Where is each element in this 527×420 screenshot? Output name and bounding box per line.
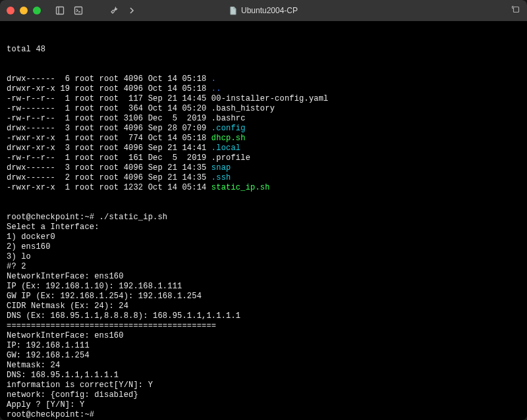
terminal-line: root@checkpoint:~# ./static_ip.sh	[7, 213, 520, 223]
ls-row: -rw------- 1 root root 364 Oct 14 05:20 …	[7, 104, 520, 114]
ls-filename: .profile	[211, 153, 250, 163]
terminal-line: IP (Ex: 192.168.1.10): 192.168.1.111	[7, 282, 520, 292]
terminal-line: GW: 192.168.1.254	[7, 351, 520, 361]
panel-icon[interactable]	[55, 6, 65, 15]
terminal-line: Select a Interface:	[7, 223, 520, 232]
terminal-line: #? 2	[7, 262, 520, 272]
ls-filename: static_ip.sh	[211, 183, 270, 193]
terminal-line: ========================================…	[7, 321, 520, 331]
ls-filename: .ssh	[211, 173, 231, 183]
ls-filename: .	[211, 74, 216, 84]
terminal-line: Netmask: 24	[7, 361, 520, 371]
traffic-lights	[7, 7, 41, 14]
terminal-line: 1) docker0	[7, 232, 520, 242]
terminal-line: information is correct[Y/N]: Y	[7, 381, 520, 390]
ls-row: -rw-r--r-- 1 root root 117 Sep 21 14:45 …	[7, 94, 520, 104]
wrench-icon[interactable]	[109, 6, 119, 15]
ls-filename: ..	[211, 84, 221, 94]
ls-row: drwxr-xr-x 3 root root 4096 Sep 21 14:41…	[7, 144, 520, 153]
window-title-text: Ubuntu2004-CP	[241, 6, 298, 15]
ls-row: -rwxr-xr-x 1 root root 1232 Oct 14 05:14…	[7, 183, 520, 193]
terminal-line: IP: 192.168.1.111	[7, 341, 520, 351]
ls-row: drwx------ 3 root root 4096 Sep 28 07:09…	[7, 124, 520, 134]
maximize-button[interactable]	[33, 7, 41, 14]
ls-filename: .config	[211, 124, 246, 134]
ls-filename: .bash_history	[211, 104, 275, 114]
terminal-line: NetworkInterFace: ens160	[7, 272, 520, 282]
svg-rect-3	[514, 7, 519, 13]
terminal-line: 2) ens160	[7, 242, 520, 252]
terminal-line: Apply ? [Y/N]: Y	[7, 400, 520, 410]
terminal-line: network: {config: disabled}	[7, 390, 520, 400]
ls-row: drwxr-xr-x 19 root root 4096 Oct 14 05:1…	[7, 84, 520, 94]
terminal-line: DNS: 168.95.1.1,1.1.1.1	[7, 371, 520, 381]
terminal-line: CIDR Netmask (Ex: 24): 24	[7, 302, 520, 311]
toolbar	[55, 6, 136, 15]
terminal-line: 3) lo	[7, 252, 520, 262]
window-title: Ubuntu2004-CP	[229, 6, 298, 15]
minimize-button[interactable]	[20, 7, 28, 14]
chevron-right-icon[interactable]	[128, 6, 136, 15]
ls-row: drwx------ 2 root root 4096 Sep 21 14:35…	[7, 173, 520, 183]
titlebar: Ubuntu2004-CP	[0, 0, 527, 21]
ls-filename: .bashrc	[211, 114, 246, 124]
terminal-area[interactable]: total 48 drwx------ 6 root root 4096 Oct…	[0, 21, 527, 420]
terminal-line: root@checkpoint:~#	[7, 410, 520, 420]
ls-row: -rw-r--r-- 1 root root 3106 Dec 5 2019 .…	[7, 114, 520, 124]
ls-row: -rw-r--r-- 1 root root 161 Dec 5 2019 .p…	[7, 153, 520, 163]
ls-listing: drwx------ 6 root root 4096 Oct 14 05:18…	[7, 74, 520, 193]
terminal-line: GW IP (Ex: 192.168.1.254): 192.168.1.254	[7, 292, 520, 302]
svg-rect-0	[57, 7, 64, 14]
svg-rect-2	[75, 7, 82, 14]
terminal-session: root@checkpoint:~# ./static_ip.shSelect …	[7, 213, 520, 420]
terminal-window: Ubuntu2004-CP total 48 drwx------ 6 root…	[0, 0, 527, 420]
titlebar-right	[511, 5, 520, 16]
terminal-line: DNS (Ex: 168.95.1.1,8.8.8.8): 168.95.1.1…	[7, 311, 520, 321]
ls-total: total 48	[7, 45, 520, 55]
document-icon	[229, 6, 237, 15]
ls-filename: snap	[211, 163, 231, 173]
terminal-line: NetworkInterFace: ens160	[7, 331, 520, 341]
ls-filename: 00-installer-config.yaml	[211, 94, 329, 104]
ls-row: drwx------ 6 root root 4096 Oct 14 05:18…	[7, 74, 520, 84]
ls-filename: dhcp.sh	[211, 134, 246, 144]
restore-icon[interactable]	[511, 7, 520, 16]
ls-filename: .local	[211, 144, 240, 153]
terminal-icon[interactable]	[74, 6, 83, 15]
close-button[interactable]	[7, 7, 14, 14]
ls-row: -rwxr-xr-x 1 root root 774 Oct 14 05:18 …	[7, 134, 520, 144]
ls-row: drwx------ 3 root root 4096 Sep 21 14:35…	[7, 163, 520, 173]
